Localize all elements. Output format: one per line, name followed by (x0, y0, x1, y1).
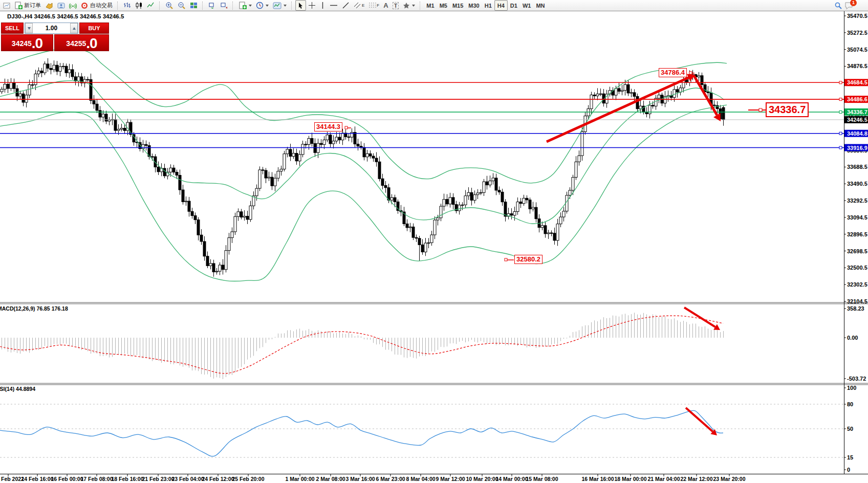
candle-body (176, 172, 178, 175)
new-chart-button[interactable] (236, 0, 254, 11)
vertical-line-tool-button[interactable] (318, 0, 328, 11)
price-annotation-34786[interactable]: 34786.4 (659, 68, 687, 77)
market-watch-button[interactable] (43, 0, 55, 11)
volume-increase-button[interactable] (70, 23, 78, 33)
tile-windows-button[interactable] (188, 0, 200, 11)
candle-body (108, 120, 111, 121)
tab-m30[interactable]: M30 (466, 3, 482, 9)
text-tool-button[interactable]: A (381, 0, 390, 11)
trend-arrow-line[interactable] (694, 76, 717, 115)
candle-body (47, 64, 49, 69)
candle-body (99, 111, 101, 117)
volume-input[interactable]: 1.00 (33, 23, 70, 33)
candle-body (225, 251, 227, 270)
y-axis-tick-label: 34876.5 (847, 63, 867, 69)
candle-body (298, 155, 301, 161)
cursor-tool-button[interactable] (295, 0, 306, 11)
candle-body (320, 143, 322, 144)
trend-arrow-line[interactable] (684, 308, 715, 327)
fibonacci-tool-button[interactable]: F (366, 0, 381, 11)
sell-button[interactable]: SELL (1, 23, 24, 34)
candle-body (483, 182, 485, 192)
level-marker[interactable] (839, 111, 842, 113)
tab-mn[interactable]: MN (533, 3, 547, 9)
arrange-windows-button[interactable] (218, 0, 230, 11)
tab-m5[interactable]: M5 (437, 3, 450, 9)
price-annotation-32580[interactable]: 32580.2 (514, 255, 542, 264)
volume-stepper: 1.00 (25, 23, 78, 34)
cascade-windows-button[interactable] (206, 0, 218, 11)
candle-body (381, 179, 384, 185)
tab-m1[interactable]: M1 (424, 3, 437, 9)
candle-body (446, 200, 448, 204)
tab-h1[interactable]: H1 (482, 3, 494, 9)
candle-body (529, 200, 531, 209)
tab-d1[interactable]: D1 (508, 3, 520, 9)
time-axis-label: 16 Mar 16:00 (581, 476, 614, 482)
search-button[interactable] (832, 0, 844, 11)
candle-body (621, 91, 623, 92)
candle-body (80, 77, 83, 83)
candle-body (185, 201, 187, 202)
zoom-out-button[interactable] (176, 0, 188, 11)
label-tool-button[interactable]: T (390, 0, 401, 11)
mt4-terminal-window: 35470.535272.535074.534876.534678.534480… (0, 0, 868, 483)
zoom-in-button[interactable] (163, 0, 176, 11)
bar-chart-type-button[interactable] (121, 0, 133, 11)
auto-trading-icon (81, 2, 89, 9)
buy-price[interactable]: 34255 .0 (54, 34, 109, 51)
new-order-button[interactable]: 新订单 (12, 0, 43, 11)
horizontal-line-tool-button[interactable] (328, 0, 340, 11)
tab-w1[interactable]: W1 (520, 3, 534, 9)
candle-body (639, 106, 642, 108)
buy-button[interactable]: BUY (79, 23, 109, 34)
fibonacci-icon (368, 2, 377, 9)
trendline-tool-button[interactable] (340, 0, 352, 11)
candle-body (40, 71, 43, 73)
candle-body (228, 238, 230, 251)
level-marker[interactable] (839, 146, 842, 149)
candle-body (701, 76, 703, 85)
candle-body (473, 195, 476, 201)
rsi-axis-tick-label: 15 (847, 454, 853, 460)
auto-trading-button[interactable]: 自动交易 (79, 0, 115, 11)
chart-window-button[interactable] (1, 0, 12, 11)
data-window-button[interactable] (55, 0, 67, 11)
candle-body (172, 168, 175, 172)
sell-price[interactable]: 34245 .0 (1, 34, 53, 51)
bollinger-middle-band (0, 80, 724, 224)
candle-body (105, 114, 107, 121)
notifications-button[interactable]: 1 (844, 2, 854, 10)
channel-tool-button[interactable]: E (352, 0, 366, 11)
volume-decrease-button[interactable] (25, 23, 33, 33)
rsi-axis-tick-label: 0 (847, 467, 850, 473)
time-axis-label: 22 Mar 12:00 (680, 476, 712, 482)
candle-chart-type-button[interactable] (133, 0, 145, 11)
tab-m15[interactable]: M15 (450, 3, 466, 9)
time-axis-label: 10 Mar 20:00 (466, 476, 498, 482)
candle-body (19, 94, 21, 96)
shapes-tool-button[interactable] (401, 0, 417, 11)
crosshair-tool-button[interactable] (306, 0, 318, 11)
candle-body (437, 218, 439, 220)
candle-body (86, 79, 89, 80)
periods-button[interactable] (254, 0, 271, 11)
templates-button[interactable] (271, 0, 289, 11)
candle-body (430, 235, 433, 243)
tab-h4[interactable]: H4 (494, 0, 508, 11)
level-marker[interactable] (839, 132, 842, 135)
trend-arrow-line[interactable] (686, 408, 713, 432)
candlestick-icon (135, 2, 143, 9)
signals-button[interactable] (67, 0, 79, 11)
main-toolbar: 新订单 自动交易 (0, 0, 868, 11)
price-annotation-34336[interactable]: 34336.7 (766, 102, 809, 117)
line-chart-type-button[interactable] (145, 0, 157, 11)
candle-body (117, 129, 120, 130)
candle-body (77, 77, 80, 81)
shapes-icon (403, 2, 410, 9)
price-annotation-34144[interactable]: 34144.3 (314, 122, 342, 131)
candle-body (262, 170, 264, 170)
candle-body (590, 95, 593, 109)
level-marker[interactable] (839, 98, 842, 101)
level-marker[interactable] (839, 81, 842, 84)
